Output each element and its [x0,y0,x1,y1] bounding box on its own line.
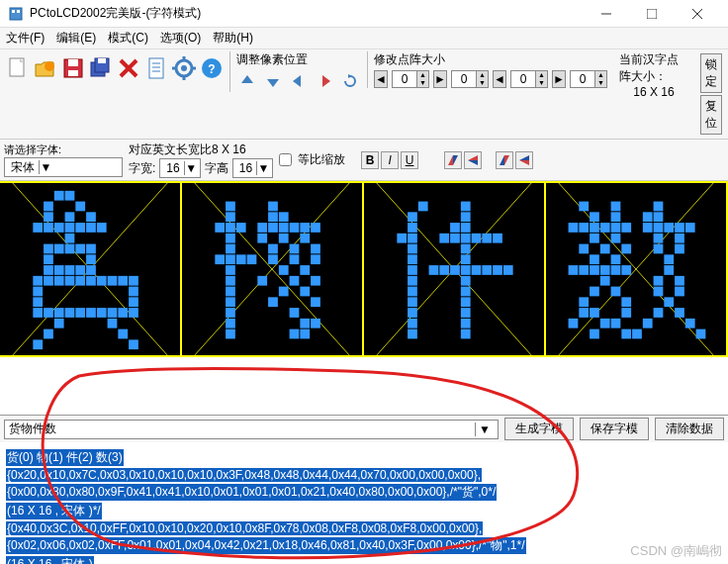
output-panel[interactable]: 货(0) 物(1) 件(2) 数(3) {0x20,0x10,0x7C,0x03… [0,442,728,564]
current-size-label: 当前汉字点阵大小： [619,52,679,83]
svg-rect-171 [493,234,502,243]
svg-rect-174 [408,254,417,264]
clear-button[interactable]: 清除数据 [655,418,724,440]
svg-rect-74 [44,276,53,286]
char-input[interactable]: 货物件数 ▼ [4,420,499,439]
svg-rect-93 [97,308,107,318]
spin-a[interactable]: ▲▼ [392,70,429,88]
height-left-icon[interactable]: ◄ [493,70,506,88]
spin-c[interactable]: ▲▼ [510,70,548,88]
spin-c-input[interactable] [511,71,535,87]
save-icon[interactable] [60,52,86,84]
generate-button[interactable]: 生成字模 [504,418,574,440]
svg-rect-109 [279,212,289,222]
svg-rect-172 [408,244,417,254]
svg-rect-86 [129,297,138,307]
chevron-down-icon[interactable]: ▼ [256,161,270,175]
rotate-icon[interactable] [339,70,361,92]
flip-v-icon[interactable] [464,151,482,169]
menu-help[interactable]: 帮助(H) [213,30,253,47]
svg-rect-201 [654,202,664,212]
mirror-v-icon[interactable] [515,151,533,169]
svg-rect-185 [408,276,417,286]
spin-d[interactable]: ▲▼ [570,70,607,88]
spin-d-input[interactable] [571,71,594,87]
open-file-icon[interactable] [33,52,58,84]
maximize-button[interactable] [629,0,675,28]
svg-rect-76 [65,276,75,286]
spin-up-icon[interactable]: ▲ [416,71,428,79]
move-down-icon[interactable] [262,70,284,92]
svg-rect-52 [86,212,96,222]
svg-rect-136 [300,265,310,275]
window-title: PCtoLCD2002完美版-(字符模式) [30,5,584,22]
width-right-icon[interactable]: ► [433,70,447,88]
new-file-icon[interactable] [5,52,31,84]
svg-rect-253 [611,319,621,329]
move-right-icon[interactable] [314,70,335,92]
toolbar: ? 调整像素位置 修改点阵大小 ◄ ▲▼ ► ▲▼ ◄ ▲▼ ► ▲▼ 当前汉字… [0,49,728,140]
document-icon[interactable] [143,52,169,84]
mirror-h-icon[interactable] [496,151,513,169]
width-left-icon[interactable]: ◄ [374,70,388,88]
menu-mode[interactable]: 模式(C) [108,30,148,47]
reset-button[interactable]: 复位 [700,95,722,135]
svg-rect-206 [569,223,579,233]
chevron-down-icon[interactable]: ▼ [475,423,494,436]
char-width-combo[interactable]: 16▼ [159,158,200,178]
svg-rect-254 [643,319,653,329]
svg-marker-42 [519,155,529,160]
input-bar: 货物件数 ▼ 生成字模 保存字模 清除数据 [0,415,728,442]
svg-rect-251 [569,319,579,329]
svg-rect-102 [129,339,138,349]
spin-b-input[interactable] [452,71,476,87]
spin-a-input[interactable] [393,71,416,87]
flip-h-icon[interactable] [444,151,462,169]
menu-options[interactable]: 选项(O) [160,30,201,47]
height-right-icon[interactable]: ► [552,70,566,88]
move-up-icon[interactable] [236,70,258,92]
svg-rect-48 [65,191,75,201]
menu-file[interactable]: 文件(F) [6,30,45,47]
save-all-icon[interactable] [88,52,114,84]
svg-rect-135 [279,265,289,275]
svg-rect-107 [226,212,235,222]
font-name-combo[interactable]: 宋体▼ [4,157,123,177]
svg-rect-163 [461,223,471,233]
chevron-down-icon[interactable]: ▼ [184,161,198,175]
spin-down-icon[interactable]: ▼ [416,79,428,87]
delete-icon[interactable] [116,52,141,84]
svg-rect-88 [44,308,53,318]
svg-rect-220 [675,234,684,243]
scale-checkbox[interactable] [279,153,292,166]
svg-rect-71 [75,265,85,275]
move-left-icon[interactable] [288,70,310,92]
close-button[interactable] [675,0,720,28]
svg-rect-59 [97,223,107,233]
svg-rect-189 [408,297,417,307]
svg-rect-132 [290,254,300,264]
svg-rect-85 [33,297,43,307]
bold-button[interactable]: B [361,151,379,169]
italic-button[interactable]: I [381,151,399,169]
spin-b[interactable]: ▲▼ [451,70,489,88]
menu-edit[interactable]: 编辑(E) [56,30,96,47]
svg-rect-89 [54,308,64,318]
svg-rect-214 [664,223,674,233]
svg-rect-96 [129,308,138,318]
underline-button[interactable]: U [401,151,418,169]
save-font-button[interactable]: 保存字模 [580,418,649,440]
svg-rect-137 [226,276,235,286]
char-height-combo[interactable]: 16▼ [232,158,273,178]
chevron-down-icon[interactable]: ▼ [39,160,52,174]
svg-rect-2 [17,10,20,13]
svg-rect-100 [118,329,128,339]
svg-rect-241 [654,287,664,297]
settings-icon[interactable] [171,52,197,84]
svg-rect-227 [611,254,621,264]
minimize-button[interactable] [584,0,629,28]
lock-button[interactable]: 锁定 [700,53,722,93]
help-icon[interactable]: ? [199,52,225,84]
pixel-canvas[interactable] [0,181,728,357]
svg-rect-226 [590,254,599,264]
